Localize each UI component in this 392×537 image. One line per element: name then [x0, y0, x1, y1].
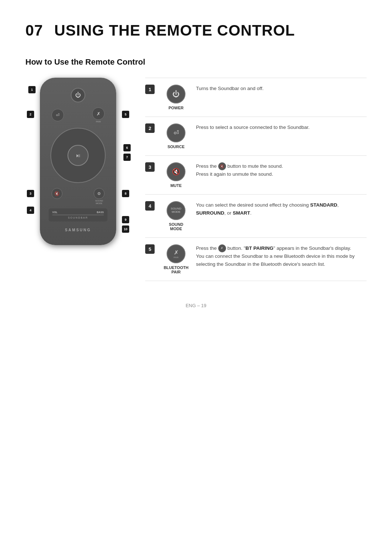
desc-icon-4: SOUNDMODE SOUND MODE [160, 195, 192, 238]
ann-7-group: 7 [128, 157, 131, 157]
ann-10-group: 10 [125, 229, 129, 229]
desc-row-bluetooth: 5 ✗ PAIR Bluetooth PAIR Press the ✗ butt… [145, 238, 367, 281]
power-row: ⏻ [46, 88, 110, 102]
desc-source-label: Source [163, 145, 189, 149]
source-icon: ⏎ [56, 113, 60, 118]
desc-power-label: Power [163, 106, 189, 110]
remote-body: ⏻ ⏎ ✗ PAIR ⏯ [40, 78, 116, 245]
ann-1-group: 1 [28, 89, 36, 90]
desc-mute-inline-icon: 🔇 [218, 162, 226, 170]
desc-num-2: 2 [145, 117, 160, 156]
vol-bass-section: VOL BASS SOUNDBAR [49, 208, 107, 221]
annotation-9: 9 [122, 216, 129, 223]
desc-text-5: Press the ✗ button. "BT PAIRING" appears… [192, 238, 367, 281]
desc-num-4: 4 [145, 195, 160, 238]
soundbar-text: SOUNDBAR [52, 216, 104, 219]
mute-gear-row: 🔇 ⚙ SOUNDMODE [46, 188, 110, 205]
desc-mute-circle: 🔇 [167, 162, 185, 181]
desc-power-icon: ⏻ [172, 90, 180, 98]
annotation-2: 2 [27, 111, 34, 118]
annotation-7: 7 [123, 154, 131, 161]
desc-bluetooth-label: Bluetooth [163, 265, 189, 270]
dpad[interactable]: ⏯ [50, 128, 106, 183]
sound-mode-button[interactable]: ⚙ [94, 188, 105, 199]
annotation-8: 8 [122, 190, 129, 197]
mute-icon: 🔇 [54, 191, 60, 196]
dpad-center[interactable]: ⏯ [68, 145, 89, 166]
desc-pair-sub-icon: PAIR [173, 256, 179, 259]
desc-num-1: 1 [145, 78, 160, 117]
desc-soundmode-icon: SOUNDMODE [171, 207, 181, 214]
ann-6-group: 6 [128, 147, 131, 148]
desc-power-circle: ⏻ [167, 85, 185, 103]
desc-row-power: 1 ⏻ Power Turns the Soundbar on and off. [145, 78, 367, 117]
vol-bar [52, 215, 104, 215]
annotation-6: 6 [123, 144, 131, 151]
desc-source-icon: ⏎ [173, 129, 179, 137]
desc-mute-icon: 🔇 [172, 168, 180, 176]
desc-icon-1: ⏻ Power [160, 78, 192, 117]
annotation-10: 10 [122, 225, 129, 233]
ann-5-group: 5 [123, 114, 129, 114]
desc-row-mute: 3 🔇 Mute Press the 🔇 button to mute the … [145, 156, 367, 195]
ann-9-group: 9 [125, 219, 129, 220]
source-button[interactable]: ⏎ [52, 109, 64, 121]
page-footer: ENG – 19 [25, 303, 367, 308]
annotation-1: 1 [28, 86, 36, 93]
bluetooth-pair-button[interactable]: ✗ [92, 107, 105, 120]
desc-icon-2: ⏎ Source [160, 117, 192, 156]
annotation-5: 5 [122, 111, 129, 118]
desc-row-soundmode: 4 SOUNDMODE SOUND MODE You can select th… [145, 195, 367, 238]
annotation-4: 4 [27, 207, 34, 214]
desc-icon-5: ✗ PAIR Bluetooth PAIR [160, 238, 192, 281]
desc-num-3: 3 [145, 156, 160, 195]
desc-soundmode-label: SOUND MODE [163, 222, 189, 231]
ann-3-group: 3 [27, 193, 31, 194]
descriptions-table: 1 ⏻ Power Turns the Soundbar on and off.… [145, 78, 367, 281]
desc-bluetooth-circle: ✗ PAIR [167, 244, 185, 263]
gear-group: ⚙ SOUNDMODE [94, 188, 105, 205]
desc-icon-3: 🔇 Mute [160, 156, 192, 195]
bass-label: BASS [97, 211, 104, 213]
desc-soundmode-circle: SOUNDMODE [167, 201, 185, 220]
desc-bt-inline-icon: ✗ [218, 244, 226, 252]
desc-text-3: Press the 🔇 button to mute the sound.Pre… [192, 156, 367, 195]
desc-text-1: Turns the Soundbar on and off. [192, 78, 367, 117]
desc-row-source: 2 ⏎ Source Press to select a source conn… [145, 117, 367, 156]
page-title: 07 USING THE REMOTE CONTROL [25, 22, 367, 39]
mute-button[interactable]: 🔇 [52, 188, 62, 199]
vol-bass-labels: VOL BASS [52, 211, 104, 213]
power-icon: ⏻ [75, 92, 81, 98]
sound-mode-label: SOUNDMODE [95, 200, 103, 205]
play-pause-icon: ⏯ [75, 152, 81, 158]
desc-text-4: You can select the desired sound effect … [192, 195, 367, 238]
ann-8-group: 8 [125, 193, 129, 194]
content-area: ⏻ ⏎ ✗ PAIR ⏯ [25, 78, 367, 281]
ann-2-group: 2 [27, 114, 33, 114]
ann-4-group: 4 [27, 210, 31, 210]
remote-diagram: ⏻ ⏎ ✗ PAIR ⏯ [25, 78, 131, 245]
gear-icon: ⚙ [97, 191, 101, 196]
desc-num-5: 5 [145, 238, 160, 281]
desc-pair-label: PAIR [163, 270, 189, 274]
section-title: How to Use the Remote Control [25, 57, 367, 67]
desc-mute-label: Mute [163, 183, 189, 188]
bluetooth-icon: ✗ [97, 111, 101, 117]
source-bt-row: ⏎ ✗ PAIR [46, 107, 110, 123]
desc-source-circle: ⏎ [167, 123, 185, 142]
desc-bluetooth-icon: ✗ [174, 249, 179, 256]
power-button[interactable]: ⏻ [71, 88, 85, 102]
pair-label: PAIR [96, 121, 101, 123]
descriptions-panel: 1 ⏻ Power Turns the Soundbar on and off.… [145, 78, 367, 281]
samsung-logo: SAMSUNG [46, 228, 110, 232]
vol-label: VOL [52, 211, 57, 213]
desc-text-2: Press to select a source connected to th… [192, 117, 367, 156]
annotation-3: 3 [27, 190, 34, 197]
